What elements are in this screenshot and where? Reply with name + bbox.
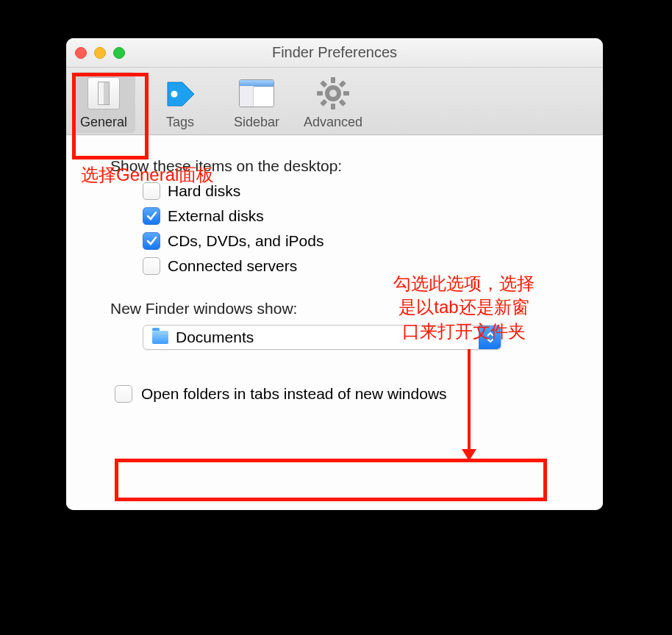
- label-open-in-tabs: Open folders in tabs instead of new wind…: [141, 385, 447, 403]
- open-in-tabs-row: Open folders in tabs instead of new wind…: [115, 385, 566, 403]
- tab-advanced[interactable]: Advanced: [301, 72, 365, 133]
- tab-general[interactable]: General: [72, 72, 135, 133]
- annotation-arrow: [468, 349, 471, 459]
- svg-rect-8: [320, 80, 327, 87]
- preferences-toolbar: General Tags Sidebar: [66, 68, 603, 135]
- zoom-button[interactable]: [113, 47, 125, 59]
- window-controls: [75, 47, 125, 59]
- annotation-text-general: 选择General面板: [81, 163, 214, 187]
- checkbox-row-external-disks: External disks: [143, 207, 566, 225]
- tab-tags[interactable]: Tags: [149, 72, 212, 133]
- tab-advanced-label: Advanced: [301, 115, 365, 130]
- svg-point-0: [171, 91, 178, 98]
- svg-rect-4: [317, 91, 323, 96]
- label-connected-servers: Connected servers: [168, 257, 297, 275]
- svg-rect-6: [339, 80, 346, 87]
- checkbox-external-disks[interactable]: [143, 207, 160, 225]
- gear-icon: [315, 76, 351, 111]
- svg-rect-7: [320, 99, 327, 107]
- checkbox-open-in-tabs[interactable]: [115, 385, 132, 403]
- checkbox-cds-dvds-ipods[interactable]: [143, 232, 160, 250]
- sidebar-icon: [239, 79, 274, 107]
- checkbox-row-cds-dvds-ipods: CDs, DVDs, and iPods: [143, 232, 566, 250]
- svg-rect-5: [343, 91, 349, 96]
- tab-general-label: General: [72, 115, 135, 130]
- close-button[interactable]: [75, 47, 87, 59]
- svg-rect-9: [339, 99, 346, 107]
- label-cds-dvds-ipods: CDs, DVDs, and iPods: [168, 232, 324, 250]
- tag-icon: [162, 78, 199, 109]
- svg-point-10: [329, 90, 337, 97]
- tab-tags-label: Tags: [149, 115, 212, 130]
- titlebar: Finder Preferences: [66, 38, 603, 68]
- switch-icon: [87, 77, 120, 110]
- minimize-button[interactable]: [94, 47, 106, 59]
- folder-icon: [152, 331, 168, 344]
- tab-sidebar-label: Sidebar: [225, 115, 288, 130]
- window-title: Finder Preferences: [272, 44, 397, 61]
- tab-sidebar[interactable]: Sidebar: [225, 72, 288, 133]
- svg-rect-3: [331, 104, 335, 110]
- label-external-disks: External disks: [168, 207, 264, 225]
- checkbox-connected-servers[interactable]: [143, 257, 160, 275]
- svg-rect-2: [331, 77, 335, 83]
- annotation-text-open-tabs: 勾选此选项，选择 是以tab还是新窗 口来打开文件夹: [393, 272, 535, 343]
